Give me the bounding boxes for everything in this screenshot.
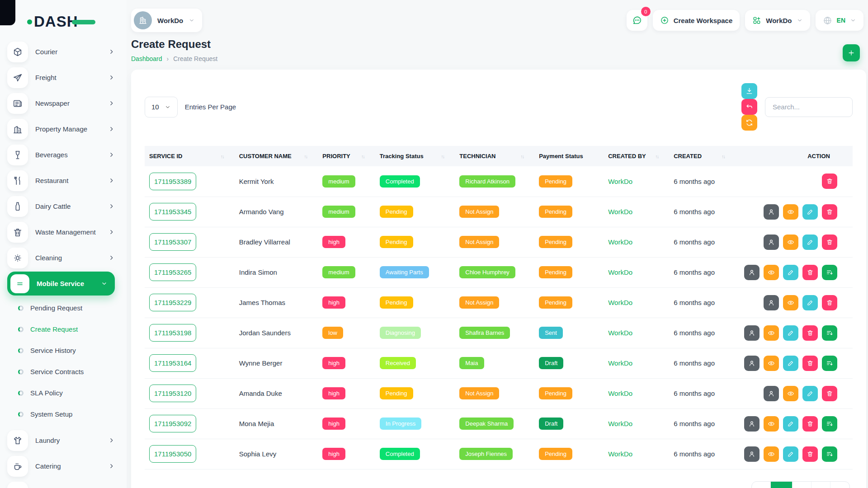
- column-header-tracking-status[interactable]: Tracking Status↑↓: [375, 146, 455, 166]
- sidebar-item-cleaning[interactable]: Cleaning: [7, 245, 115, 271]
- delete-button[interactable]: [802, 265, 818, 280]
- pagination-prev-button[interactable]: [752, 482, 771, 488]
- service-id-button[interactable]: 1711953229: [149, 294, 196, 311]
- sidebar-item-laundry[interactable]: Laundry: [7, 427, 115, 453]
- created-by-link[interactable]: WorkDo: [608, 238, 632, 246]
- sidebar-item-mobile-service[interactable]: Mobile Service: [7, 272, 115, 296]
- service-id-button[interactable]: 1711953265: [149, 263, 196, 281]
- edit-button[interactable]: [802, 204, 818, 220]
- sort-icon[interactable]: ↑↓: [722, 154, 725, 159]
- created-by-link[interactable]: WorkDo: [608, 450, 632, 458]
- delete-button[interactable]: [802, 325, 818, 341]
- edit-button[interactable]: [802, 295, 818, 310]
- service-id-button[interactable]: 1711953307: [149, 233, 196, 251]
- workspace-menu-button[interactable]: WorkDo: [745, 10, 810, 31]
- sort-icon[interactable]: ↑↓: [655, 154, 658, 159]
- edit-button[interactable]: [783, 446, 798, 462]
- pagination-page-3[interactable]: 3: [811, 482, 830, 488]
- view-button[interactable]: [764, 356, 779, 371]
- messages-button[interactable]: 0: [627, 10, 647, 31]
- column-header-created-by[interactable]: CREATED BY↑↓: [604, 146, 669, 166]
- sidebar-item-catering[interactable]: Catering: [7, 453, 115, 479]
- sidebar-subitem-create-request[interactable]: Create Request: [12, 319, 115, 340]
- assign-technician-button[interactable]: [744, 356, 760, 371]
- column-header-created[interactable]: CREATED↑↓: [669, 146, 736, 166]
- created-by-link[interactable]: WorkDo: [608, 329, 632, 337]
- request-log-button[interactable]: [822, 446, 837, 462]
- service-id-button[interactable]: 1711953050: [149, 445, 196, 463]
- assign-technician-button[interactable]: [744, 446, 760, 462]
- download-button[interactable]: [741, 83, 757, 99]
- service-id-button[interactable]: 1711953198: [149, 324, 196, 342]
- sidebar-item-waste-management[interactable]: Waste Management: [7, 219, 115, 245]
- created-by-link[interactable]: WorkDo: [608, 178, 632, 185]
- service-id-button[interactable]: 1711953164: [149, 354, 196, 372]
- sidebar-item-restaurant[interactable]: Restaurant: [7, 168, 115, 193]
- created-by-link[interactable]: WorkDo: [608, 389, 632, 397]
- edit-button[interactable]: [783, 416, 798, 432]
- service-id-button[interactable]: 1711953120: [149, 385, 196, 402]
- add-request-button[interactable]: [843, 44, 860, 61]
- edit-button[interactable]: [802, 386, 818, 401]
- view-button[interactable]: [764, 416, 779, 432]
- delete-button[interactable]: [822, 204, 837, 220]
- brand-logo[interactable]: DASH: [0, 0, 127, 34]
- sidebar-item-freight[interactable]: Freight: [7, 65, 115, 90]
- request-log-button[interactable]: [822, 265, 837, 280]
- assign-technician-button[interactable]: [764, 235, 779, 250]
- sidebar-subitem-system-setup[interactable]: System Setup: [12, 404, 115, 425]
- delete-button[interactable]: [822, 295, 837, 310]
- entries-per-page-select[interactable]: 10: [145, 97, 178, 117]
- assign-technician-button[interactable]: [744, 416, 760, 432]
- column-header-technician[interactable]: TECHNICIAN↑↓: [455, 146, 534, 166]
- sidebar-subitem-service-contracts[interactable]: Service Contracts: [12, 361, 115, 382]
- view-button[interactable]: [764, 325, 779, 341]
- delete-button[interactable]: [802, 356, 818, 371]
- view-button[interactable]: [764, 446, 779, 462]
- sidebar-subitem-pending-request[interactable]: Pending Request: [12, 297, 115, 319]
- column-header-customer-name[interactable]: CUSTOMER NAME↑↓: [235, 146, 318, 166]
- created-by-link[interactable]: WorkDo: [608, 359, 632, 367]
- assign-technician-button[interactable]: [764, 204, 779, 220]
- view-button[interactable]: [764, 265, 779, 280]
- created-by-link[interactable]: WorkDo: [608, 208, 632, 216]
- request-log-button[interactable]: [822, 325, 837, 341]
- sidebar-item-beverages[interactable]: Beverages: [7, 142, 115, 168]
- search-input[interactable]: [765, 97, 853, 117]
- column-header-priority[interactable]: PRIORITY↑↓: [318, 146, 375, 166]
- request-log-button[interactable]: [822, 416, 837, 432]
- sidebar-item-rental[interactable]: Rental: [7, 479, 115, 488]
- column-header-service-id[interactable]: SERVICE ID↑↓: [145, 146, 235, 166]
- service-id-button[interactable]: 1711953389: [149, 173, 196, 190]
- request-log-button[interactable]: [822, 356, 837, 371]
- sort-icon[interactable]: ↑↓: [304, 154, 307, 159]
- delete-button[interactable]: [802, 446, 818, 462]
- delete-button[interactable]: [822, 235, 837, 250]
- edit-button[interactable]: [783, 265, 798, 280]
- sort-icon[interactable]: ↑↓: [361, 154, 364, 159]
- view-button[interactable]: [783, 386, 798, 401]
- view-button[interactable]: [783, 295, 798, 310]
- sidebar-subitem-sla-policy[interactable]: SLA Policy: [12, 382, 115, 404]
- assign-technician-button[interactable]: [744, 325, 760, 341]
- service-id-button[interactable]: 1711953092: [149, 415, 196, 432]
- pagination-page-1[interactable]: 1: [771, 482, 793, 488]
- sidebar-item-dairy-cattle[interactable]: Dairy Cattle: [7, 193, 115, 219]
- delete-button[interactable]: [822, 386, 837, 401]
- delete-button[interactable]: [802, 416, 818, 432]
- sidebar-subitem-service-history[interactable]: Service History: [12, 340, 115, 361]
- created-by-link[interactable]: WorkDo: [608, 268, 632, 276]
- sidebar-item-newspaper[interactable]: Newspaper: [7, 90, 115, 116]
- pagination-next-button[interactable]: [830, 482, 849, 488]
- undo-button[interactable]: [741, 99, 757, 115]
- workspace-selector[interactable]: WorkDo: [131, 9, 202, 32]
- sort-icon[interactable]: ↑↓: [221, 154, 224, 159]
- edit-button[interactable]: [783, 325, 798, 341]
- edit-button[interactable]: [783, 356, 798, 371]
- edit-button[interactable]: [802, 235, 818, 250]
- sidebar-item-courier[interactable]: Courier: [7, 39, 115, 65]
- refresh-button[interactable]: [741, 115, 757, 131]
- breadcrumb-home-link[interactable]: Dashboard: [131, 55, 162, 62]
- service-id-button[interactable]: 1711953345: [149, 203, 196, 221]
- create-workspace-button[interactable]: Create Workspace: [653, 10, 740, 31]
